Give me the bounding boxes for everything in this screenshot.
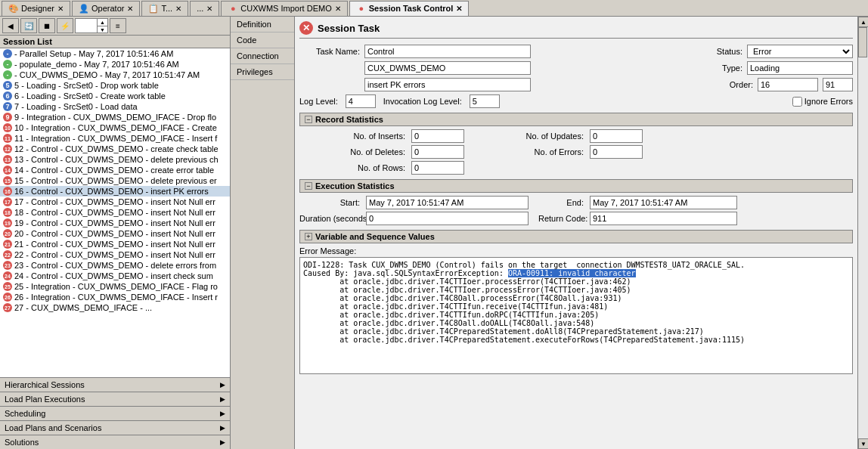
hierarchical-sessions-header[interactable]: Hierarchical Sessions ▶ (0, 378, 230, 392)
scroll-thumb[interactable] (858, 27, 867, 57)
list-item[interactable]: 17 17 - Control - CUX_DWMS_DEMO - insert… (0, 197, 230, 207)
list-item[interactable]: 23 23 - Control - CUX_DWMS_DEMO - delete… (0, 260, 230, 271)
session-list[interactable]: - - Parallel Setup - May 7, 2017 10:51:4… (0, 48, 230, 377)
list-item[interactable]: 7 7 - Loading - SrcSet0 - Load data (0, 101, 230, 112)
toolbar-btn-3[interactable]: ⏹ (39, 18, 55, 33)
duration-input[interactable] (366, 212, 529, 225)
item-icon-6: 6 (3, 91, 12, 101)
list-item[interactable]: 13 13 - Control - CUX_DWMS_DEMO - delete… (0, 154, 230, 165)
list-item[interactable]: 21 21 - Control - CUX_DWMS_DEMO - insert… (0, 239, 230, 249)
session-task-title: Session Task (318, 23, 380, 34)
toolbar-btn-2[interactable]: 🔄 (20, 18, 37, 33)
toolbar-btn-4[interactable]: ⚡ (57, 18, 73, 33)
list-item[interactable]: 11 11 - Integration - CUX_DWMS_DEMO_IFAC… (0, 133, 230, 144)
close-cuxwms-tab[interactable]: ✕ (335, 5, 341, 13)
type-input[interactable] (747, 61, 853, 75)
nav-definition[interactable]: Definition (231, 17, 294, 33)
close-dots-tab[interactable]: ✕ (206, 5, 212, 13)
tab-dots[interactable]: ... ✕ (190, 1, 219, 16)
task-name-row: Task Name: Status: Error (299, 45, 853, 58)
invocation-log-input[interactable] (470, 94, 500, 108)
list-item[interactable]: 15 15 - Control - CUX_DWMS_DEMO - delete… (0, 175, 230, 186)
status-select[interactable]: Error (747, 45, 853, 58)
item-icon-18: 18 (3, 208, 12, 217)
list-item[interactable]: 24 24 - Control - CUX_DWMS_DEMO - insert… (0, 271, 230, 281)
record-stats-collapse-icon[interactable]: − (305, 116, 312, 123)
list-item[interactable]: 9 9 - Integration - CUX_DWMS_DEMO_IFACE … (0, 112, 230, 122)
left-toolbar: ◀ 🔄 ⏹ ⚡ 25 ▲ ▼ ≡ (0, 17, 230, 36)
load-plan-header[interactable]: Load Plan Executions ▶ (0, 392, 230, 406)
log-level-row: Log Level: Invocation Log Level: Ignore … (299, 94, 853, 108)
return-code-input[interactable] (590, 212, 737, 225)
solutions-header[interactable]: Solutions ▶ (0, 435, 230, 449)
tab-designer[interactable]: 🎨 Designer ✕ (2, 1, 70, 16)
field2-input[interactable] (364, 61, 531, 75)
deletes-input[interactable] (411, 145, 464, 159)
log-level-input[interactable] (346, 94, 376, 108)
tab-bar: 🎨 Designer ✕ 👤 Operator ✕ 📋 T... ✕ ... ✕… (0, 0, 868, 17)
list-item[interactable]: 25 25 - Integration - CUX_DWMS_DEMO_IFAC… (0, 281, 230, 292)
toolbar-btn-5[interactable]: ≡ (110, 18, 126, 33)
execution-statistics-header[interactable]: − Execution Statistics (299, 179, 853, 193)
list-item[interactable]: 27 27 - CUX_DWMS_DEMO_IFACE - ... (0, 302, 230, 313)
scroll-down-btn[interactable]: ▼ (858, 438, 868, 449)
order-input2[interactable] (823, 78, 853, 91)
scheduling-header[interactable]: Scheduling ▶ (0, 407, 230, 420)
list-item[interactable]: - - CUX_DWMS_DEMO - May 7, 2017 10:51:47… (0, 70, 230, 80)
tab-session-task[interactable]: ● Session Task Control ✕ (349, 1, 470, 16)
task-name-input[interactable] (364, 45, 531, 58)
record-statistics-grid: No. of Inserts: No. of Updates: No. of D… (299, 129, 853, 175)
list-item[interactable]: 26 26 - Integration - CUX_DWMS_DEMO_IFAC… (0, 292, 230, 302)
spinner-down[interactable]: ▼ (98, 26, 107, 33)
order-input[interactable] (758, 78, 818, 91)
execution-statistics-grid: Start: End: Duration (seconds): Return C… (299, 196, 853, 225)
close-t-tab[interactable]: ✕ (175, 5, 181, 13)
list-item[interactable]: 20 20 - Control - CUX_DWMS_DEMO - insert… (0, 228, 230, 239)
item-icon-27: 27 (3, 303, 12, 312)
close-session-task-tab[interactable]: ✕ (456, 5, 462, 13)
list-item[interactable]: 10 10 - Integration - CUX_DWMS_DEMO_IFAC… (0, 122, 230, 133)
start-input[interactable] (366, 196, 529, 209)
close-designer-tab[interactable]: ✕ (57, 5, 64, 13)
list-item[interactable]: - - populate_demo - May 7, 2017 10:51:46… (0, 59, 230, 70)
right-scrollbar[interactable]: ▲ ▼ (857, 17, 868, 449)
load-plans-scenarios-header[interactable]: Load Plans and Scenarios ▶ (0, 421, 230, 435)
list-item[interactable]: 5 5 - Loading - SrcSet0 - Drop work tabl… (0, 80, 230, 91)
nav-privileges[interactable]: Privileges (231, 64, 294, 80)
ignore-errors-checkbox[interactable] (792, 97, 802, 107)
list-item[interactable]: - - Parallel Setup - May 7, 2017 10:51:4… (0, 48, 230, 59)
session-task-icon: ● (356, 3, 367, 14)
errors-input[interactable] (590, 145, 643, 159)
nav-code[interactable]: Code (231, 33, 294, 48)
inserts-input[interactable] (411, 129, 464, 143)
list-item[interactable]: 6 6 - Loading - SrcSet0 - Create work ta… (0, 91, 230, 101)
rows-input[interactable] (411, 161, 464, 175)
updates-input[interactable] (590, 129, 643, 143)
tab-cuxwms[interactable]: ● CUXWMS Import DEMO ✕ (221, 1, 347, 16)
spinner-up[interactable]: ▲ (98, 19, 107, 26)
deletes-label: No. of Deletes: (299, 145, 405, 159)
scroll-track[interactable] (858, 27, 868, 438)
end-input[interactable] (590, 196, 737, 209)
tab-t[interactable]: 📋 T... ✕ (141, 1, 188, 16)
exec-stats-collapse-icon[interactable]: − (305, 182, 312, 190)
list-item[interactable]: 16 16 - Control - CUX_DWMS_DEMO - insert… (0, 186, 230, 197)
error-message-section: Error Message: ODI-1228: Task CUX_DWMS_D… (299, 246, 853, 374)
field3-input[interactable] (364, 78, 531, 91)
spinner-input[interactable]: 25 (76, 21, 97, 30)
close-operator-tab[interactable]: ✕ (127, 5, 133, 13)
toolbar-btn-1[interactable]: ◀ (2, 18, 19, 33)
list-item[interactable]: 22 22 - Control - CUX_DWMS_DEMO - insert… (0, 249, 230, 260)
item-icon-5: 5 (3, 81, 12, 90)
list-item[interactable]: 12 12 - Control - CUX_DWMS_DEMO - create… (0, 144, 230, 154)
list-item[interactable]: 14 14 - Control - CUX_DWMS_DEMO - create… (0, 165, 230, 175)
hierarchical-sessions-section: Hierarchical Sessions ▶ (0, 377, 230, 392)
nav-connection[interactable]: Connection (231, 48, 294, 64)
variable-sequence-header[interactable]: + Variable and Sequence Values (299, 230, 853, 243)
list-item[interactable]: 18 18 - Control - CUX_DWMS_DEMO - insert… (0, 207, 230, 218)
scroll-up-btn[interactable]: ▲ (858, 17, 868, 27)
record-statistics-header[interactable]: − Record Statistics (299, 113, 853, 126)
list-item[interactable]: 19 19 - Control - CUX_DWMS_DEMO - insert… (0, 218, 230, 228)
tab-operator[interactable]: 👤 Operator ✕ (72, 1, 140, 16)
var-seq-collapse-icon[interactable]: + (305, 233, 312, 240)
